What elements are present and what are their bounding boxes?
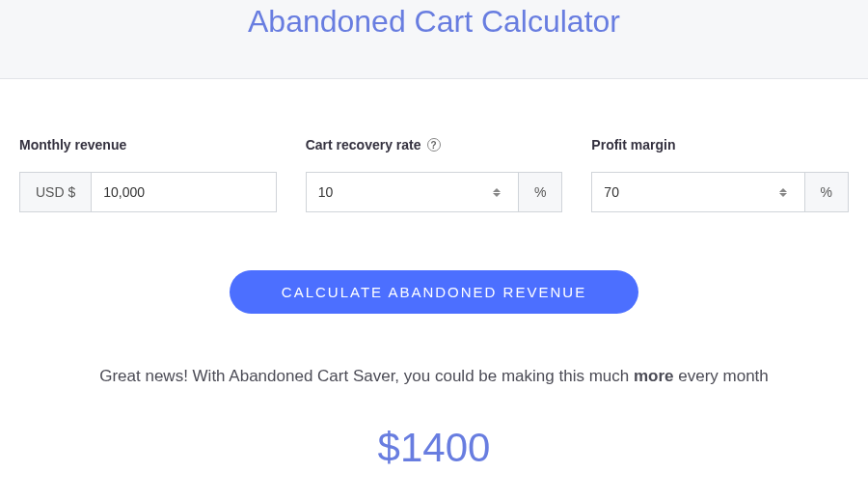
profit-margin-input[interactable]: 70 — [591, 172, 804, 212]
result-amount: $1400 — [0, 425, 868, 471]
recovery-rate-label-text: Cart recovery rate — [306, 137, 421, 153]
result-msg-after: every month — [674, 367, 769, 385]
result-msg-bold: more — [634, 367, 674, 385]
result-message: Great news! With Abandoned Cart Saver, y… — [0, 367, 868, 386]
monthly-revenue-group: Monthly revenue USD $ 10,000 — [19, 137, 277, 212]
page-title: Abandoned Cart Calculator — [0, 4, 868, 40]
calculate-button[interactable]: CALCULATE ABANDONED REVENUE — [230, 270, 638, 314]
monthly-revenue-input-wrap: USD $ 10,000 — [19, 172, 277, 212]
recovery-rate-input-wrap: 10 % — [306, 172, 563, 212]
button-row: CALCULATE ABANDONED REVENUE — [0, 270, 868, 314]
result-msg-before: Great news! With Abandoned Cart Saver, y… — [99, 367, 634, 385]
monthly-revenue-label: Monthly revenue — [19, 137, 277, 153]
profit-margin-group: Profit margin 70 % — [591, 137, 849, 212]
percent-suffix: % — [519, 172, 562, 212]
spinner-up-icon[interactable] — [493, 188, 501, 192]
profit-margin-label: Profit margin — [591, 137, 849, 153]
recovery-rate-spinner — [493, 188, 506, 197]
spinner-down-icon[interactable] — [779, 193, 787, 197]
monthly-revenue-input[interactable]: 10,000 — [91, 172, 276, 212]
spinner-down-icon[interactable] — [493, 193, 501, 197]
recovery-rate-input[interactable]: 10 — [306, 172, 519, 212]
recovery-rate-group: Cart recovery rate ? 10 % — [306, 137, 563, 212]
recovery-rate-label: Cart recovery rate ? — [306, 137, 563, 153]
header: Abandoned Cart Calculator — [0, 0, 868, 79]
currency-prefix: USD $ — [19, 172, 91, 212]
profit-margin-spinner — [779, 188, 793, 197]
help-icon[interactable]: ? — [427, 138, 441, 152]
spinner-up-icon[interactable] — [779, 188, 787, 192]
profit-margin-input-wrap: 70 % — [591, 172, 849, 212]
percent-suffix: % — [805, 172, 849, 212]
calculator-form: Monthly revenue USD $ 10,000 Cart recove… — [0, 79, 868, 212]
recovery-rate-value: 10 — [318, 184, 334, 200]
monthly-revenue-value: 10,000 — [103, 184, 145, 200]
profit-margin-value: 70 — [604, 184, 619, 200]
